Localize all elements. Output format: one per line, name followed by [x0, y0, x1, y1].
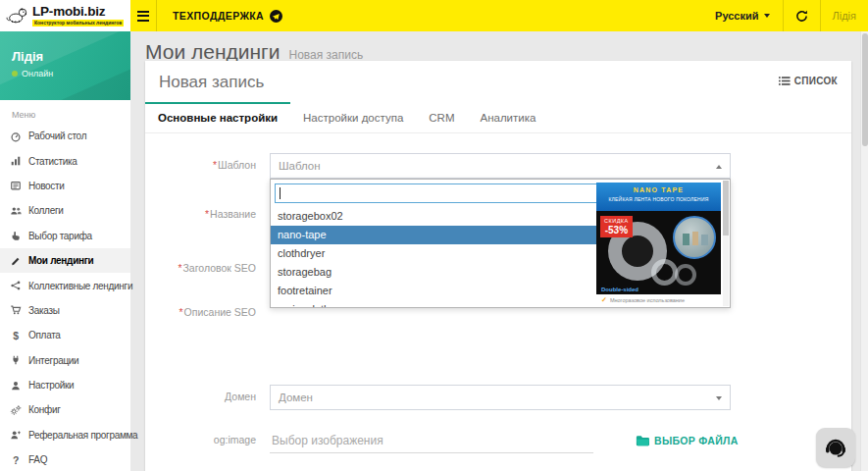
sidebar-item-my-landings[interactable]: Мои лендинги	[0, 248, 130, 273]
template-option[interactable]: footretainer	[271, 282, 598, 300]
user-profile-panel: Лідія Онлайн	[0, 31, 130, 100]
page-subtitle: Новая запись	[288, 48, 363, 62]
sidebar-item-integrations[interactable]: Интеграции	[0, 348, 130, 373]
tab-main-settings[interactable]: Основные настройки	[145, 102, 290, 132]
template-control: Шаблон storagebox02 nano-tape clothdryer…	[270, 153, 838, 179]
template-search-input[interactable]	[275, 183, 598, 203]
sidebar-item-label: Оплата	[28, 330, 61, 340]
sidebar-item-colleagues[interactable]: Коллеги	[0, 198, 130, 223]
tab-bar: Основные настройки Настройки доступа CRM…	[145, 102, 851, 133]
sidebar-toggle-button[interactable]	[130, 0, 157, 31]
file-select-button[interactable]: ВЫБОР ФАЙЛА	[636, 435, 739, 446]
required-asterisk: *	[213, 159, 217, 171]
user-menu[interactable]: Лідія	[821, 0, 868, 31]
tab-access-settings[interactable]: Настройки доступа	[290, 102, 416, 132]
preview-feature-text: Многоразовое использование	[610, 297, 685, 303]
template-option[interactable]: clothdryer	[271, 244, 598, 263]
cart-icon	[10, 304, 22, 316]
chevron-down-icon	[764, 14, 770, 18]
sidebar-item-label: Коллективные лендинги	[28, 281, 132, 291]
gears-icon	[10, 404, 22, 416]
domain-label: Домен	[159, 385, 270, 410]
support-link[interactable]: ТЕХПОДДЕРЖКА	[157, 0, 298, 31]
support-chat-button[interactable]	[816, 428, 855, 467]
username-label: Лідія	[833, 10, 856, 22]
seo-title-label: *Заголовок SEO	[159, 256, 270, 282]
landing-form: *Шаблон Шаблон storagebox02 nano	[145, 133, 851, 453]
sidebar-menu: Рабочий стол Статистика Новости Коллеги …	[0, 124, 130, 471]
card-title: Новая запись	[159, 73, 264, 92]
domain-row: Домен Домен	[159, 385, 838, 410]
sidebar-item-label: Коллеги	[28, 205, 64, 216]
user-plus-icon	[10, 429, 22, 441]
sidebar-item-config[interactable]: Конфиг	[0, 397, 130, 422]
folder-icon	[636, 435, 649, 446]
hand-pointer-icon	[10, 230, 22, 241]
list-button[interactable]: СПИСОК	[779, 76, 838, 86]
template-dropdown-panel: storagebox02 nano-tape clothdryer storag…	[270, 179, 731, 308]
template-option[interactable]: storagebox02	[271, 207, 598, 226]
domain-select[interactable]: Домен	[270, 385, 731, 410]
page-scrollbar-thumb[interactable]	[862, 33, 868, 146]
sidebar-item-faq[interactable]: ? FAQ	[0, 447, 130, 471]
refresh-icon	[795, 10, 808, 23]
template-select-value: Шаблон	[279, 160, 321, 172]
bar-chart-icon	[10, 155, 22, 167]
required-asterisk: *	[205, 208, 209, 220]
preview-header: NANO TAPE КЛЕЙКАЯ ЛЕНТА НОВОГО ПОКОЛЕНИЯ	[596, 183, 721, 211]
chevron-down-icon	[716, 396, 722, 400]
seo-description-label: *Описание SEO	[159, 300, 270, 326]
list-icon	[779, 76, 791, 86]
sidebar-item-label: Рабочий стол	[28, 131, 86, 141]
check-icon: ✓	[601, 296, 607, 304]
sidebar-item-referral[interactable]: Реферальная программа	[0, 423, 130, 447]
users-icon	[10, 205, 22, 217]
profile-status: Онлайн	[12, 69, 119, 78]
sidebar: Лідія Онлайн Меню Рабочий стол Статистик…	[0, 31, 130, 471]
sidebar-item-payment[interactable]: $ Оплата	[0, 323, 130, 347]
language-selector[interactable]: Русский	[702, 0, 782, 31]
dollar-icon: $	[10, 330, 22, 341]
sidebar-item-label: Настройки	[28, 380, 74, 391]
profile-status-label: Онлайн	[22, 69, 53, 78]
tape-loop-graphic	[675, 264, 696, 286]
sidebar-item-statistics[interactable]: Статистика	[0, 148, 130, 173]
app-window: LP-mobi.biz Конструктор мобильных лендин…	[0, 0, 868, 471]
template-select[interactable]: Шаблон	[270, 153, 731, 179]
dropdown-scrollbar-thumb[interactable]	[723, 181, 729, 236]
sidebar-item-label: Заказы	[28, 305, 60, 316]
template-option[interactable]: storagebag	[271, 263, 598, 282]
logo[interactable]: LP-mobi.biz Конструктор мобильных лендин…	[0, 0, 130, 31]
tape-loop-graphic	[651, 259, 678, 286]
template-option-selected[interactable]: nano-tape	[271, 226, 598, 244]
plug-icon	[10, 354, 22, 366]
sidebar-item-collective-landings[interactable]: Коллективные лендинги	[0, 273, 130, 297]
template-option[interactable]: springclothes	[271, 300, 598, 307]
required-asterisk: *	[179, 306, 183, 318]
sidebar-item-label: Мои лендинги	[28, 255, 93, 266]
sidebar-item-dashboard[interactable]: Рабочий стол	[0, 124, 130, 148]
sidebar-item-label: Интеграции	[28, 355, 78, 366]
og-image-input[interactable]	[270, 428, 593, 453]
tab-crm[interactable]: CRM	[416, 102, 467, 132]
sidebar-item-settings[interactable]: Настройки	[0, 373, 130, 397]
telegram-icon	[270, 10, 282, 23]
sidebar-item-label: Конфиг	[28, 404, 61, 415]
pencil-icon	[10, 255, 22, 267]
sidebar-item-orders[interactable]: Заказы	[0, 298, 130, 323]
preview-inset-photo	[673, 216, 716, 259]
online-status-icon	[12, 71, 18, 77]
template-preview-thumbnail[interactable]: NANO TAPE КЛЕЙКАЯ ЛЕНТА НОВОГО ПОКОЛЕНИЯ…	[596, 183, 721, 306]
sidebar-item-news[interactable]: Новости	[0, 174, 130, 198]
sidebar-item-tariff[interactable]: Выбор тарифа	[0, 224, 130, 248]
profile-name: Лідія	[12, 49, 119, 64]
og-image-row: og:image ВЫБОР ФАЙЛА	[159, 428, 838, 453]
domain-control: Домен	[270, 385, 838, 410]
tab-analytics[interactable]: Аналитика	[467, 102, 548, 132]
refresh-button[interactable]	[784, 0, 820, 31]
discount-badge: СКИДКА -53%	[600, 216, 633, 237]
dog-logo-icon	[5, 6, 28, 26]
main-content: Мои лендинги Новая запись Новая запись С…	[130, 31, 860, 471]
top-bar: LP-mobi.biz Конструктор мобильных лендин…	[0, 0, 868, 31]
template-row: *Шаблон Шаблон storagebox02 nano	[159, 153, 838, 179]
